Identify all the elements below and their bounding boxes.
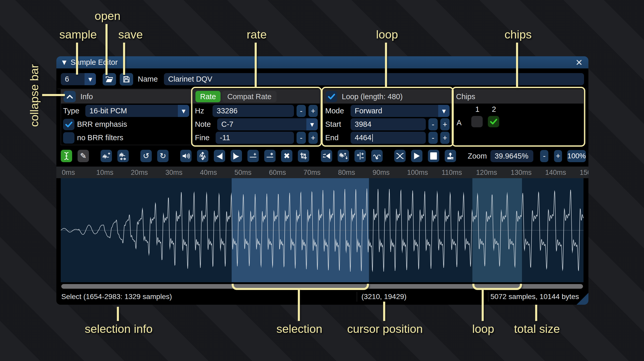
insert-silence-button[interactable] — [247, 150, 259, 162]
waveform-display[interactable] — [61, 178, 584, 282]
chip-2-checkbox[interactable] — [488, 116, 499, 127]
sample-toolbar: ✎ ↺ ↻ — [61, 150, 586, 162]
fine-decrement-button[interactable]: - — [297, 132, 306, 144]
edit-mode-draw-button[interactable]: ✎ — [78, 150, 89, 162]
zoom-label: Zoom — [468, 152, 487, 160]
sign-button[interactable] — [354, 150, 366, 162]
type-select[interactable]: 16-bit PCM ▼ — [85, 105, 189, 117]
apply-silence-button[interactable] — [264, 150, 276, 162]
ruler-tick: 100ms — [407, 168, 428, 176]
hz-increment-button[interactable]: + — [308, 105, 318, 117]
ruler-tick: 120ms — [476, 168, 497, 176]
status-total-size: 5072 samples, 10144 bytes — [490, 293, 579, 301]
loop-end-decrement-button[interactable]: - — [428, 132, 438, 144]
window-collapse-icon[interactable]: ▼ — [62, 59, 66, 66]
fine-increment-button[interactable]: + — [308, 132, 318, 144]
chip-1-checkbox[interactable] — [471, 116, 483, 127]
redo-arrow-icon: ↻ — [160, 152, 166, 160]
fade-in-triangle-icon — [216, 152, 223, 160]
crossfade-loop-points-button[interactable] — [394, 150, 406, 162]
ruler-tick: 60ms — [269, 168, 286, 176]
chevron-down-icon[interactable]: ▼ — [178, 105, 189, 117]
undo-button[interactable]: ↺ — [140, 150, 152, 162]
hz-input[interactable]: 33286 — [213, 105, 294, 117]
normalize-button[interactable] — [197, 150, 208, 162]
preview-sample-button[interactable] — [411, 150, 422, 162]
tab-compat-rate[interactable]: Compat Rate — [222, 91, 277, 102]
note-select-value: C-7 — [221, 120, 233, 129]
ruler-tick: 70ms — [304, 168, 321, 176]
resample-button[interactable] — [117, 150, 129, 162]
loop-end-input[interactable]: 4464 — [351, 132, 426, 144]
loop-mode-select[interactable]: Forward ▼ — [351, 105, 450, 117]
save-sample-button[interactable] — [120, 73, 133, 85]
annotation-save: save — [118, 28, 143, 41]
i-beam-cursor-icon — [63, 152, 70, 160]
save-floppy-icon — [123, 75, 130, 83]
chevron-down-icon[interactable]: ▼ — [85, 73, 96, 85]
waveform-scrollbar[interactable] — [61, 284, 584, 289]
hz-label: Hz — [195, 107, 210, 115]
close-icon[interactable]: ✕ — [575, 58, 583, 67]
folder-open-icon — [105, 75, 113, 83]
mode-label: Mode — [325, 107, 348, 115]
fine-input[interactable]: -11 — [216, 132, 294, 144]
zoom-reset-button[interactable]: 100% — [567, 150, 586, 162]
hz-decrement-button[interactable]: - — [297, 105, 306, 117]
undo-arrow-icon: ↺ — [143, 152, 149, 160]
tab-rate[interactable]: Rate — [195, 91, 221, 102]
name-input-value: Clarinet DQV — [168, 75, 212, 83]
invert-button[interactable] — [338, 150, 349, 162]
annotation-total-size: total size — [514, 322, 560, 336]
delete-button[interactable]: ✖ — [281, 150, 292, 162]
note-select[interactable]: C-7 ▼ — [217, 118, 318, 130]
stop-preview-button[interactable] — [428, 150, 439, 162]
filter-button[interactable] — [371, 150, 383, 162]
rate-panel: Rate Compat Rate Hz 33286 - + Note C-7 ▼… — [193, 89, 320, 145]
collapse-bar-button[interactable] — [64, 91, 76, 102]
check-icon — [490, 118, 497, 125]
no-brr-filters-checkbox[interactable] — [63, 132, 74, 144]
pencil-icon: ✎ — [80, 152, 86, 160]
name-input[interactable]: Clarinet DQV — [164, 73, 584, 85]
loop-enable-checkbox[interactable] — [326, 91, 337, 102]
cross-icon: ✖ — [283, 152, 290, 160]
annotation-chips: chips — [504, 28, 532, 41]
fade-in-button[interactable] — [214, 150, 225, 162]
loop-start-input[interactable]: 3984 — [351, 118, 426, 130]
chevron-down-icon[interactable]: ▼ — [438, 105, 450, 117]
resize-button[interactable] — [101, 150, 112, 162]
titlebar[interactable]: ▼ Sample Editor ✕ — [56, 56, 588, 68]
loop-end-increment-button[interactable]: + — [440, 132, 450, 144]
zoom-input[interactable]: 39.9645% — [490, 150, 533, 162]
wave-invert-arrows-icon — [339, 152, 347, 160]
loop-start-increment-button[interactable]: + — [440, 118, 450, 130]
create-instrument-from-sample-button[interactable] — [445, 150, 456, 162]
brr-emphasis-checkbox[interactable] — [63, 119, 74, 130]
chips-panel-title: Chips — [456, 92, 475, 101]
loop-start-decrement-button[interactable]: - — [428, 118, 438, 130]
stop-square-icon — [430, 152, 437, 160]
scrollbar-thumb[interactable] — [61, 284, 583, 289]
hz-input-value: 33286 — [217, 107, 238, 115]
trim-button[interactable] — [298, 150, 309, 162]
reverse-button[interactable] — [321, 150, 332, 162]
zoom-in-button[interactable]: + — [554, 150, 562, 162]
chips-row-label: A — [457, 119, 461, 127]
zoom-out-button[interactable]: - — [540, 150, 548, 162]
redo-button[interactable]: ↻ — [157, 150, 169, 162]
fade-out-button[interactable] — [231, 150, 242, 162]
chevron-down-icon[interactable]: ▼ — [306, 118, 318, 130]
window-resize-grip[interactable] — [577, 293, 588, 305]
edit-mode-select-button[interactable] — [61, 150, 72, 162]
line-plus-icon — [249, 152, 257, 160]
play-triangle-icon — [413, 152, 420, 160]
no-brr-filters-label: no BRR filters — [77, 134, 123, 142]
sample-select[interactable]: 6 ▼ — [61, 73, 96, 85]
annotation-cursor-position: cursor position — [347, 322, 423, 336]
open-sample-button[interactable] — [103, 73, 116, 85]
check-icon — [328, 93, 335, 100]
loop-start-label: Start — [325, 120, 348, 129]
info-panel-title: Info — [80, 92, 93, 101]
amplify-button[interactable] — [180, 150, 192, 162]
